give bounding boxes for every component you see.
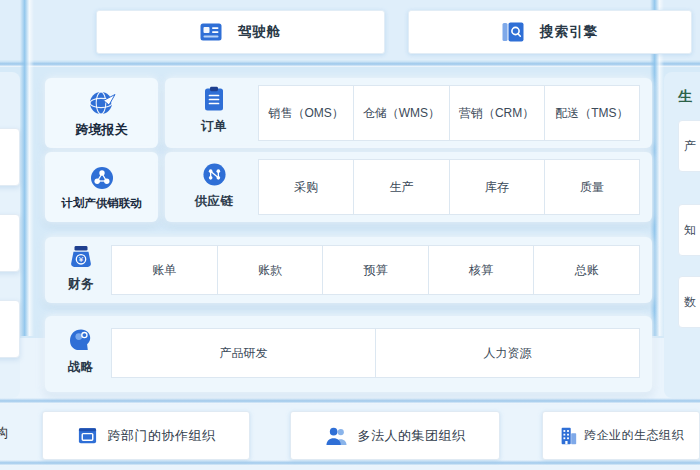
plan-production-supply-sales-card[interactable]: 计划产供销联动 xyxy=(45,152,158,222)
enterprise-architecture-diagram: 构 生 产 知 数 驾驶舱 搜索引擎 跨境报关 计划产供销联动 xyxy=(0,0,700,470)
module-cell-accounting[interactable]: 核算 xyxy=(429,246,535,294)
left-cutoff-box-2[interactable] xyxy=(0,214,20,272)
module-cell-delivery-tms[interactable]: 配送（TMS） xyxy=(545,86,639,140)
globe-plane-icon xyxy=(87,88,117,118)
module-cell-procurement[interactable]: 采购 xyxy=(259,160,354,214)
horizontal-divider-top xyxy=(0,61,700,67)
supply-chain-network-icon xyxy=(202,162,227,187)
module-cell-inventory[interactable]: 库存 xyxy=(450,160,545,214)
right-box-label-1: 产 xyxy=(684,138,696,155)
supply-chain-row: 供应链 采购 生产 库存 质量 xyxy=(165,152,652,222)
two-people-icon xyxy=(325,425,348,446)
supply-chain-cells: 采购 生产 库存 质量 xyxy=(258,159,640,215)
orders-group: 订单 xyxy=(183,86,245,135)
left-cutoff-box-3[interactable] xyxy=(0,300,20,358)
module-cell-product-rd[interactable]: 产品研发 xyxy=(112,329,376,377)
finance-group: ¥ 财务 xyxy=(53,244,109,293)
cockpit-label: 驾驶舱 xyxy=(238,23,282,41)
module-cell-marketing-crm[interactable]: 营销（CRM） xyxy=(450,86,545,140)
cross-enterprise-ecosystem-label: 跨企业的生态组织 xyxy=(584,427,684,444)
building-icon xyxy=(558,426,578,446)
cross-enterprise-ecosystem-box[interactable]: 跨企业的生态组织 xyxy=(542,411,700,460)
search-engine-button[interactable]: 搜索引擎 xyxy=(408,10,692,54)
module-cell-human-resources[interactable]: 人力资源 xyxy=(376,329,639,377)
module-cell-budget[interactable]: 预算 xyxy=(323,246,429,294)
finance-row: ¥ 财务 账单 账款 预算 核算 总账 xyxy=(45,237,652,303)
right-cutoff-box-1[interactable]: 产 xyxy=(678,120,700,172)
module-cell-bills[interactable]: 账单 xyxy=(112,246,218,294)
cross-department-collaboration-label: 跨部门的协作组织 xyxy=(108,427,216,445)
strategy-label: 战略 xyxy=(53,359,109,376)
cross-border-customs-card[interactable]: 跨境报关 xyxy=(45,78,158,148)
vertical-divider-left xyxy=(20,0,34,336)
right-panel-title: 生 xyxy=(678,88,693,106)
right-cutoff-box-3[interactable]: 数 xyxy=(678,276,700,328)
order-clipboard-icon xyxy=(202,86,226,112)
module-cell-general-ledger[interactable]: 总账 xyxy=(534,246,639,294)
right-box-label-2: 知 xyxy=(684,222,696,239)
left-edge-text-fragment: 构 xyxy=(0,424,8,442)
finance-label: 财务 xyxy=(53,276,109,293)
multi-legal-entity-group-box[interactable]: 多法人的集团组织 xyxy=(290,411,500,460)
window-frame-icon xyxy=(77,425,98,446)
module-cell-accounts[interactable]: 账款 xyxy=(218,246,324,294)
module-cell-warehouse-wms[interactable]: 仓储（WMS） xyxy=(354,86,449,140)
right-box-label-3: 数 xyxy=(684,294,696,311)
strategy-group: 战略 xyxy=(53,327,109,376)
cross-border-customs-label: 跨境报关 xyxy=(76,121,128,139)
search-engine-label: 搜索引擎 xyxy=(540,23,598,41)
supply-chain-label: 供应链 xyxy=(183,193,245,210)
horizontal-divider-middle xyxy=(0,398,700,404)
cross-department-collaboration-box[interactable]: 跨部门的协作组织 xyxy=(42,411,250,460)
strategy-cells: 产品研发 人力资源 xyxy=(111,328,640,378)
orders-cells: 销售（OMS） 仓储（WMS） 营销（CRM） 配送（TMS） xyxy=(258,85,640,141)
search-engine-icon xyxy=(502,22,524,42)
mind-head-icon xyxy=(68,327,94,353)
orders-row: 订单 销售（OMS） 仓储（WMS） 营销（CRM） 配送（TMS） xyxy=(165,78,652,148)
plan-production-supply-sales-label: 计划产供销联动 xyxy=(61,196,142,211)
module-cell-quality[interactable]: 质量 xyxy=(545,160,639,214)
money-bag-icon: ¥ xyxy=(68,244,94,270)
horizontal-divider-bottom xyxy=(0,460,700,466)
svg-text:¥: ¥ xyxy=(78,255,84,264)
module-cell-production[interactable]: 生产 xyxy=(354,160,449,214)
supply-chain-group: 供应链 xyxy=(183,162,245,210)
multi-legal-entity-group-label: 多法人的集团组织 xyxy=(358,427,466,445)
cockpit-button[interactable]: 驾驶舱 xyxy=(96,10,385,54)
right-cutoff-box-2[interactable]: 知 xyxy=(678,204,700,256)
linked-circles-icon xyxy=(87,163,117,193)
left-cutoff-box-1[interactable] xyxy=(0,128,20,186)
orders-label: 订单 xyxy=(183,118,245,135)
strategy-row: 战略 产品研发 人力资源 xyxy=(45,316,652,392)
dashboard-icon xyxy=(200,23,222,41)
module-cell-sales-oms[interactable]: 销售（OMS） xyxy=(259,86,354,140)
finance-cells: 账单 账款 预算 核算 总账 xyxy=(111,245,640,295)
